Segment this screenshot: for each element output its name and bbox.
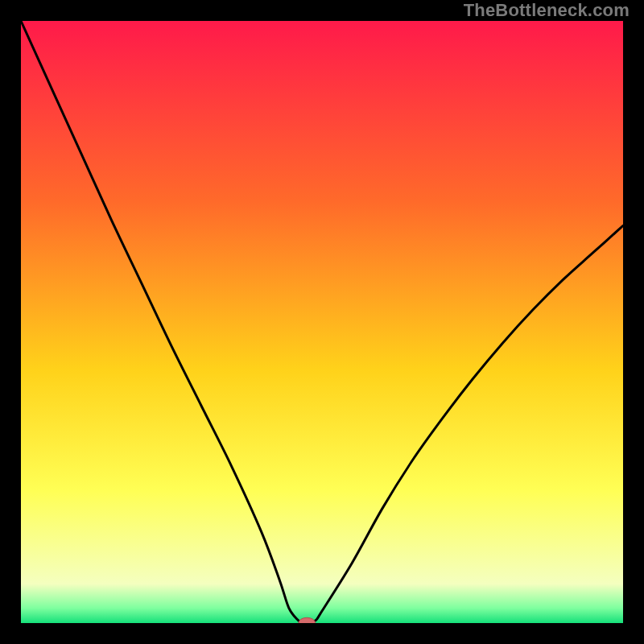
watermark-text: TheBottleneck.com — [464, 0, 630, 21]
chart-background — [21, 21, 623, 623]
chart-plot — [21, 21, 623, 623]
app-frame: TheBottleneck.com — [0, 0, 644, 644]
chart-svg — [21, 21, 623, 623]
